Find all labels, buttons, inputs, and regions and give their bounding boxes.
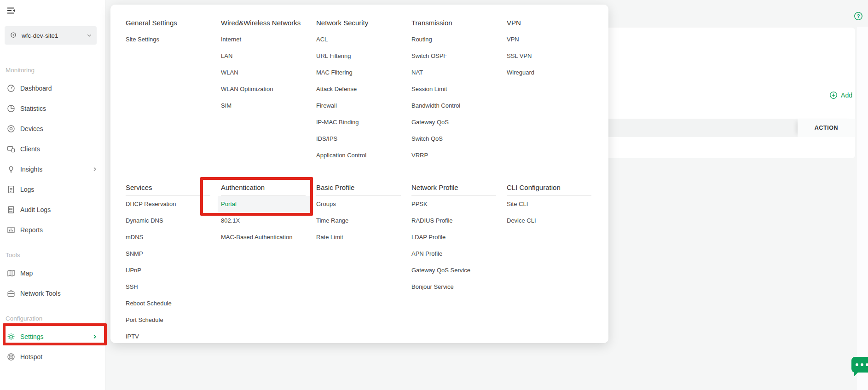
menu-item-ip-mac-binding[interactable]: IP-MAC Binding [316, 114, 401, 131]
help-icon[interactable]: ? [854, 11, 863, 21]
menu-item-session-limit[interactable]: Session Limit [411, 81, 496, 98]
menu-column-general-settings: General SettingsSite Settings [126, 17, 221, 164]
plus-circle-icon [829, 91, 838, 99]
menu-column-network-security: Network SecurityACLURL FilteringMAC Filt… [316, 17, 411, 164]
add-button-label: Add [841, 92, 852, 99]
menu-item-gateway-qos-service[interactable]: Gateway QoS Service [411, 262, 496, 279]
sidebar: wfc-dev-site1 MonitoringDashboardStatist… [0, 0, 105, 390]
sidebar-item-insights[interactable]: Insights [0, 159, 105, 179]
menu-column-title: Basic Profile [316, 182, 411, 193]
menu-item-mdns[interactable]: mDNS [126, 229, 210, 246]
menu-item-site-settings[interactable]: Site Settings [126, 31, 210, 48]
site-selector-value: wfc-dev-site1 [22, 32, 87, 39]
menu-bottom-row: ServicesDHCP ReservationDynamic DNSmDNSS… [126, 182, 602, 345]
menu-item-time-range[interactable]: Time Range [316, 212, 401, 229]
sidebar-section-tools: ToolsMapNetwork Tools [0, 247, 105, 304]
collapse-menu-icon[interactable] [6, 5, 17, 16]
menu-item-site-cli[interactable]: Site CLI [507, 196, 591, 212]
menu-item-dynamic-dns[interactable]: Dynamic DNS [126, 212, 210, 229]
menu-item-ids-ips[interactable]: IDS/IPS [316, 131, 401, 147]
menu-item-attack-defense[interactable]: Attack Defense [316, 81, 401, 98]
menu-column-title: Services [126, 182, 221, 193]
menu-item-nat[interactable]: NAT [411, 64, 496, 81]
sidebar-item-label: Statistics [20, 105, 46, 112]
chat-dot [856, 363, 858, 366]
chat-dot [866, 363, 868, 366]
lightbulb-icon [6, 165, 16, 174]
menu-item-dhcp-reservation[interactable]: DHCP Reservation [126, 196, 210, 212]
menu-item-mac-filtering[interactable]: MAC Filtering [316, 64, 401, 81]
menu-item-rate-limit[interactable]: Rate Limit [316, 229, 401, 246]
menu-item-switch-qos[interactable]: Switch QoS [411, 131, 496, 147]
menu-column-title: CLI Configuration [507, 182, 602, 193]
menu-item-routing[interactable]: Routing [411, 31, 496, 48]
sidebar-item-settings[interactable]: Settings [0, 327, 105, 347]
menu-column-network-profile: Network ProfilePPSKRADIUS ProfileLDAP Pr… [411, 182, 507, 345]
chevron-down-icon [87, 33, 92, 38]
sidebar-item-audit-logs[interactable]: Audit Logs [0, 200, 105, 220]
menu-item-snmp[interactable]: SNMP [126, 246, 210, 262]
sidebar-item-devices[interactable]: Devices [0, 119, 105, 139]
sidebar-section-configuration: ConfigurationSettingsHotspot [0, 310, 105, 367]
sidebar-item-reports[interactable]: Reports [0, 220, 105, 240]
menu-item-ssh[interactable]: SSH [126, 279, 210, 295]
hotspot-icon [6, 352, 16, 361]
sidebar-item-label: Devices [20, 125, 43, 132]
menu-item-application-control[interactable]: Application Control [316, 147, 401, 164]
svg-text:?: ? [857, 13, 860, 19]
menu-item-gateway-qos[interactable]: Gateway QoS [411, 114, 496, 131]
menu-item-reboot-schedule[interactable]: Reboot Schedule [126, 295, 210, 312]
menu-item-groups[interactable]: Groups [316, 196, 401, 212]
add-button[interactable]: Add [829, 91, 852, 99]
menu-item-url-filtering[interactable]: URL Filtering [316, 48, 401, 64]
menu-item-wlan-optimization[interactable]: WLAN Optimization [221, 81, 306, 98]
menu-item-switch-ospf[interactable]: Switch OSPF [411, 48, 496, 64]
menu-item-vpn[interactable]: VPN [507, 31, 591, 48]
chevron-right-icon [92, 334, 98, 339]
menu-item-wlan[interactable]: WLAN [221, 64, 306, 81]
menu-item-lan[interactable]: LAN [221, 48, 306, 64]
gear-icon [6, 332, 16, 341]
menu-item-ldap-profile[interactable]: LDAP Profile [411, 229, 496, 246]
menu-item-mac-based-authentication[interactable]: MAC-Based Authentication [221, 229, 306, 246]
menu-item-port-schedule[interactable]: Port Schedule [126, 312, 210, 328]
sidebar-item-map[interactable]: Map [0, 263, 105, 283]
menu-item-ssl-vpn[interactable]: SSL VPN [507, 48, 591, 64]
menu-item-portal[interactable]: Portal [218, 196, 312, 212]
menu-item-internet[interactable]: Internet [221, 31, 306, 48]
menu-item-wireguard[interactable]: Wireguard [507, 64, 591, 81]
sidebar-item-logs[interactable]: Logs [0, 179, 105, 200]
menu-item-apn-profile[interactable]: APN Profile [411, 246, 496, 262]
bar-chart-icon [6, 225, 16, 235]
scrollbar-track[interactable] [857, 27, 868, 390]
menu-item-acl[interactable]: ACL [316, 31, 401, 48]
menu-item-upnp[interactable]: UPnP [126, 262, 210, 279]
menu-column-vpn: VPNVPNSSL VPNWireguard [507, 17, 602, 164]
location-pin-icon [9, 31, 17, 40]
table-header-action: ACTION [798, 119, 855, 137]
site-selector[interactable]: wfc-dev-site1 [5, 26, 97, 45]
menu-column-title: Wired&Wireless Networks [221, 17, 316, 29]
menu-item-iptv[interactable]: IPTV [126, 328, 210, 345]
menu-item-802-1x[interactable]: 802.1X [221, 212, 306, 229]
sidebar-section-monitoring: MonitoringDashboardStatisticsDevicesClie… [0, 62, 105, 240]
menu-item-vrrp[interactable]: VRRP [411, 147, 496, 164]
sidebar-section-label: Monitoring [0, 62, 105, 78]
sidebar-item-statistics[interactable]: Statistics [0, 98, 105, 119]
sidebar-item-dashboard[interactable]: Dashboard [0, 78, 105, 98]
menu-item-bandwidth-control[interactable]: Bandwidth Control [411, 98, 496, 114]
menu-item-firewall[interactable]: Firewall [316, 98, 401, 114]
menu-item-device-cli[interactable]: Device CLI [507, 212, 591, 229]
menu-item-sim[interactable]: SIM [221, 98, 306, 114]
menu-column-title: Transmission [411, 17, 507, 29]
menu-item-radius-profile[interactable]: RADIUS Profile [411, 212, 496, 229]
sidebar-item-hotspot[interactable]: Hotspot [0, 347, 105, 367]
sidebar-item-label: Dashboard [20, 85, 52, 92]
sidebar-item-network-tools[interactable]: Network Tools [0, 283, 105, 304]
menu-item-ppsk[interactable]: PPSK [411, 196, 496, 212]
clients-icon [6, 144, 16, 154]
sidebar-item-clients[interactable]: Clients [0, 139, 105, 159]
menu-item-bonjour-service[interactable]: Bonjour Service [411, 279, 496, 295]
list-document-icon [6, 205, 16, 214]
chat-bubble-icon[interactable] [851, 357, 868, 373]
